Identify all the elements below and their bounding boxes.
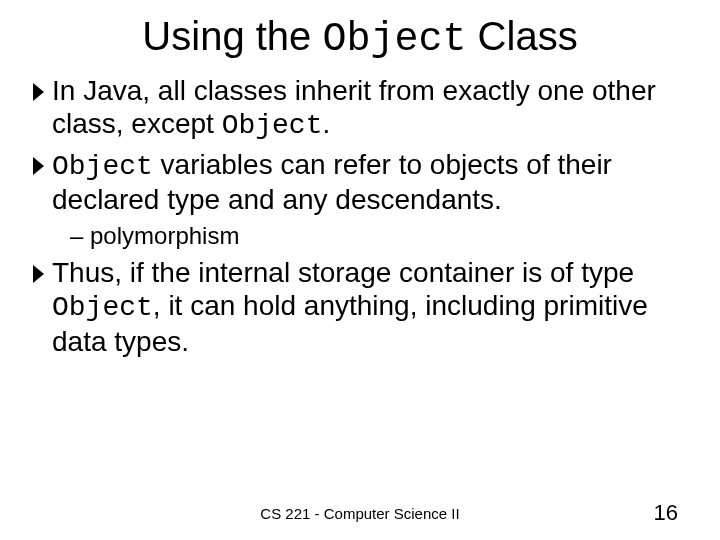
title-post: Class bbox=[467, 14, 578, 58]
footer-text: CS 221 - Computer Science II bbox=[0, 505, 720, 522]
bullet-1-text: In Java, all classes inherit from exactl… bbox=[52, 74, 690, 142]
slide-body: In Java, all classes inherit from exactl… bbox=[30, 74, 690, 358]
slide-title: Using the Object Class bbox=[30, 14, 690, 62]
b1-code: Object bbox=[222, 110, 323, 141]
bullet-icon bbox=[30, 78, 48, 111]
title-code: Object bbox=[322, 17, 466, 62]
b2-code: Object bbox=[52, 151, 153, 182]
bullet-1: In Java, all classes inherit from exactl… bbox=[30, 74, 690, 142]
b3-a: Thus, if the internal storage container … bbox=[52, 257, 634, 288]
bullet-icon bbox=[30, 260, 48, 293]
b1-a: In Java, all classes inherit from exactl… bbox=[52, 75, 656, 139]
sub-bullet-1: – polymorphism bbox=[70, 222, 690, 250]
bullet-2: Object variables can refer to objects of… bbox=[30, 148, 690, 216]
b3-code: Object bbox=[52, 292, 153, 323]
page-number: 16 bbox=[654, 500, 678, 526]
bullet-2-text: Object variables can refer to objects of… bbox=[52, 148, 690, 216]
bullet-3: Thus, if the internal storage container … bbox=[30, 256, 690, 357]
bullet-icon bbox=[30, 152, 48, 185]
bullet-3-text: Thus, if the internal storage container … bbox=[52, 256, 690, 357]
b1-b: . bbox=[322, 108, 330, 139]
title-pre: Using the bbox=[142, 14, 322, 58]
